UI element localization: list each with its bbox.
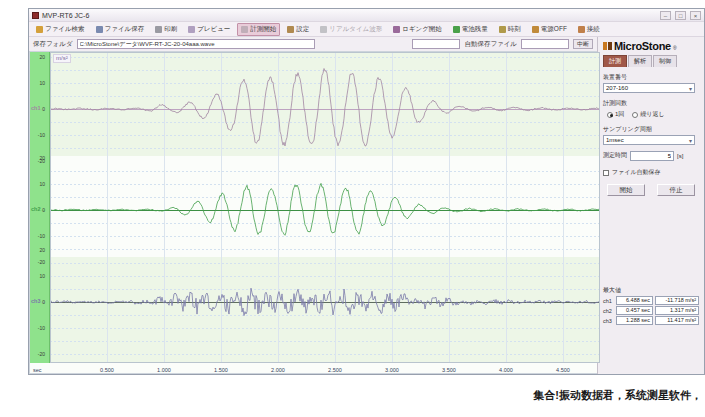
device-number-value: 207-160 [606, 85, 628, 91]
y-tick-label: 20 [30, 54, 47, 60]
toolbar-button-label: 設定 [296, 25, 309, 34]
toolbar-button-label: 計測開始 [250, 25, 276, 34]
channel-label: ch1 [603, 298, 614, 304]
y-tick-label: -20 [30, 351, 47, 357]
toolbar-button-label: ファイル保存 [105, 25, 145, 34]
left-column: 保存フォルダ 自動保存ファイル 中断 20100-10-2020100-10-2… [29, 37, 597, 374]
x-tick-label: 4.000 [491, 367, 521, 373]
duration-input[interactable] [630, 151, 674, 161]
リアルタイム波形-button[interactable]: リアルタイム波形 [316, 23, 386, 36]
y-tick-label: -10 [30, 132, 47, 138]
x-tick-label: 3.500 [434, 367, 464, 373]
chart-area: 20100-10-2020100-10-2020100-10-20 m/s² s… [29, 51, 597, 374]
sampling-period-value: 1msec [606, 137, 624, 143]
y-tick-label: 20 [30, 155, 47, 161]
channel-marker-ch2: ch2→ [31, 206, 46, 213]
sampling-period-select[interactable]: 1msec ▾ [603, 135, 695, 145]
設定-button[interactable]: 設定 [283, 23, 313, 36]
ファイル検索-button[interactable]: ファイル検索 [32, 23, 89, 36]
abort-button[interactable]: 中断 [573, 39, 593, 49]
y-tick-label: -20 [30, 259, 47, 265]
ロギング開始-button[interactable]: ロギング開始 [389, 23, 446, 36]
stop-button[interactable]: 停止 [657, 184, 695, 196]
toolbar-button-label: 電源OFF [541, 25, 567, 34]
x-axis: sec0.5001.0001.5002.0002.5003.0003.5004.… [30, 364, 597, 378]
電池残量-button[interactable]: 電池残量 [449, 23, 492, 36]
y-tick-label: 10 [30, 80, 47, 86]
registered-mark: ® [673, 45, 677, 51]
tab-計測[interactable]: 計測 [603, 55, 627, 67]
radio-1回[interactable]: 1回 [607, 110, 624, 119]
y-tick-label: -10 [30, 325, 47, 331]
toolbar-button-label: 時刻 [508, 25, 521, 34]
waveform-canvas[interactable] [50, 52, 600, 363]
save-folder-label: 保存フォルダ [33, 40, 73, 49]
tab-解析[interactable]: 解析 [628, 55, 652, 67]
y-tick-label: 10 [30, 181, 47, 187]
save-folder-path-input[interactable] [77, 39, 315, 49]
max-accel-value: 1.317 m/s² [655, 306, 699, 315]
window-body: 保存フォルダ 自動保存ファイル 中断 20100-10-2020100-10-2… [29, 37, 704, 374]
y-unit-label: m/s² [53, 54, 71, 63]
max-accel-value: -11.718 m/s² [655, 296, 699, 305]
x-tick-label: 2.000 [263, 367, 293, 373]
toolbar: ファイル検索ファイル保存印刷プレビュー計測開始設定リアルタイム波形ロギング開始電… [29, 22, 704, 37]
プレビュー-button[interactable]: プレビュー [184, 23, 234, 36]
toolbar-button-label: ファイル検索 [45, 25, 85, 34]
device-number-select[interactable]: 207-160 ▾ [603, 83, 695, 93]
x-unit-label: sec [33, 367, 42, 373]
duration-label: 測定時間 [603, 151, 627, 160]
x-tick-label: 1.000 [149, 367, 179, 373]
radio-繰り返し[interactable]: 繰り返し [632, 110, 664, 119]
radio-dot [632, 112, 638, 118]
toolbar-button-label: 接続 [587, 25, 600, 34]
channel-label: ch3 [603, 318, 614, 324]
radio-label: 1回 [615, 110, 624, 119]
電源OFF-button[interactable]: 電源OFF [528, 23, 571, 36]
app-icon [32, 12, 39, 19]
sampling-period-label: サンプリング周期 [603, 125, 699, 134]
chevron-down-icon: ▾ [689, 137, 692, 144]
autosave-file-input[interactable] [521, 39, 569, 49]
autosave-checkbox[interactable] [603, 170, 609, 176]
maximize-button[interactable]: □ [675, 11, 686, 20]
clock-icon [499, 26, 506, 33]
x-tick-label: 4.500 [548, 367, 578, 373]
battery-icon [453, 26, 460, 33]
toolbar-button-label: プレビュー [197, 25, 230, 34]
計測開始-button[interactable]: 計測開始 [237, 23, 280, 36]
power-off-icon [532, 26, 539, 33]
measure-count-label: 計測回数 [603, 99, 699, 108]
start-button[interactable]: 開始 [607, 184, 645, 196]
path-row: 保存フォルダ 自動保存ファイル 中断 [29, 37, 597, 51]
measure-start-icon [241, 26, 248, 33]
時刻-button[interactable]: 時刻 [495, 23, 525, 36]
save-icon [96, 26, 103, 33]
tab-制御[interactable]: 制御 [653, 55, 677, 67]
screenshot-root: MVP-RT6 JC-6 – □ × ファイル検索ファイル保存印刷プレビュー計測… [0, 0, 705, 417]
x-tick-label: 2.500 [320, 367, 350, 373]
channel-label: ch2 [603, 308, 614, 314]
x-tick-label: 3.000 [377, 367, 407, 373]
status-field[interactable] [412, 39, 460, 49]
close-button[interactable]: × [690, 11, 701, 20]
minimize-button[interactable]: – [660, 11, 671, 20]
app-window: MVP-RT6 JC-6 – □ × ファイル検索ファイル保存印刷プレビュー計測… [28, 8, 705, 375]
toolbar-button-label: 電池残量 [462, 25, 488, 34]
autosave-checkbox-label: ファイル自動保存 [612, 168, 661, 177]
ファイル保存-button[interactable]: ファイル保存 [92, 23, 149, 36]
channel-marker-ch1: ch1→ [31, 105, 46, 112]
max-time-value: 1.288 sec [616, 316, 652, 325]
printer-icon [155, 26, 162, 33]
connect-icon [578, 26, 585, 33]
measure-count-radios: 1回繰り返し [603, 110, 699, 119]
autosave-file-label: 自動保存ファイル [464, 40, 517, 49]
y-tick-label: 10 [30, 273, 47, 279]
logo-text: MicroStone [614, 40, 671, 52]
toolbar-button-label: リアルタイム波形 [329, 25, 382, 34]
device-number-label: 装置番号 [603, 73, 699, 82]
接続-button[interactable]: 接続 [574, 23, 604, 36]
印刷-button[interactable]: 印刷 [151, 23, 181, 36]
radio-label: 繰り返し [640, 110, 664, 119]
toolbar-button-label: ロギング開始 [402, 25, 442, 34]
